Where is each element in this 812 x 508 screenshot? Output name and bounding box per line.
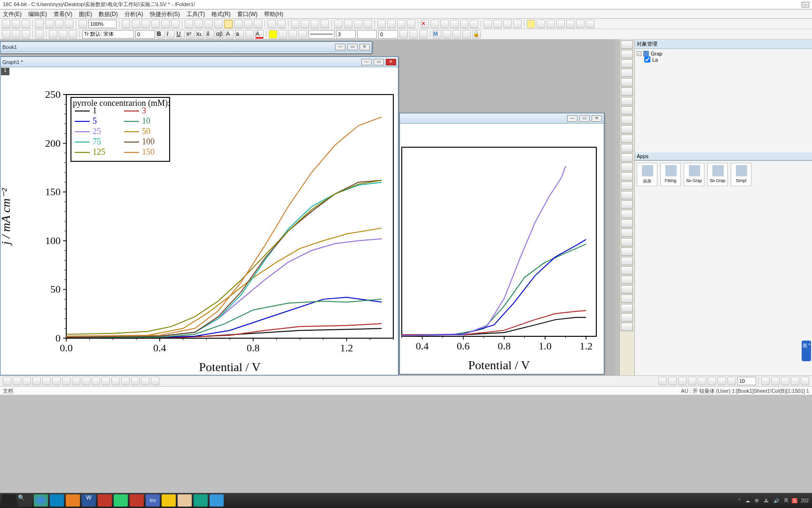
pie-plot-icon[interactable] [364,20,372,28]
arrow-l-icon[interactable] [621,153,633,162]
sort-asc-icon[interactable] [387,20,396,28]
symbol-color-icon[interactable] [289,30,297,39]
app-tile-2[interactable]: Se Grap [684,163,704,186]
grid-show-icon[interactable] [771,377,780,385]
app-tile-1[interactable]: Fitting [660,163,681,186]
3d-b-icon[interactable] [621,294,633,303]
bold-icon[interactable]: B [156,30,165,39]
font-increase-icon[interactable]: A [226,30,234,39]
new-layout-icon[interactable] [161,20,170,28]
tool-a-icon[interactable] [185,20,193,28]
layer-icon[interactable] [621,125,633,134]
gw-maximize-icon[interactable]: ▭ [374,59,384,65]
reset-icon[interactable] [621,323,633,331]
baseline-icon[interactable] [311,20,319,28]
add-layer-icon[interactable] [35,30,44,39]
book-icon[interactable] [621,219,633,228]
new-workbook-icon[interactable] [122,20,130,28]
remove-filter-icon[interactable] [407,20,415,28]
cut-icon[interactable] [69,30,77,39]
tray-network-icon[interactable]: 🖧 [763,498,770,503]
polyline-icon[interactable] [621,59,633,68]
ime-indicator[interactable]: 英 * [802,341,811,361]
bar-plot-icon[interactable] [344,20,352,28]
pattern-color-icon[interactable] [298,30,307,39]
object-manager-header[interactable]: 对象管理 [635,40,812,49]
bubble-plot-icon[interactable] [92,377,100,385]
wb-maximize-icon[interactable]: ▭ [347,44,358,50]
grid-snap-icon[interactable] [761,377,770,385]
align-left-icon[interactable] [658,377,667,385]
plot-line-symbol-icon[interactable] [22,30,30,39]
workbook-window[interactable]: Book1 — ▭ ✕ [0,41,372,54]
arrow-end-icon[interactable] [513,20,522,28]
tray-sogou-icon[interactable]: S [792,498,798,503]
tool-d-icon[interactable] [214,20,223,28]
text-icon[interactable] [621,200,633,209]
ruler-icon[interactable] [621,135,633,143]
save-icon[interactable] [22,20,30,28]
hatch-icon[interactable] [399,30,408,39]
arrow-r-icon[interactable] [621,163,633,171]
grid-icon[interactable] [409,30,418,39]
rot-l-icon[interactable] [621,247,633,256]
app-teal-icon[interactable] [194,494,208,507]
tool-d3-icon[interactable] [556,20,565,28]
apps-header[interactable]: Apps [635,152,812,160]
contour-plot-icon[interactable] [72,377,80,385]
interpolate-icon[interactable] [320,20,329,28]
spline-icon[interactable] [621,106,633,115]
area-plot-icon[interactable] [52,377,61,385]
app-red-icon[interactable] [98,494,112,507]
font-name-combo[interactable]: Tr 默认: 宋体 [82,30,134,39]
align-right-icon[interactable] [678,377,687,385]
tool-b-icon[interactable] [195,20,203,28]
xyz-z-icon[interactable] [450,20,459,28]
paste-icon[interactable] [49,30,57,39]
lamp-icon[interactable] [527,20,535,28]
integrate-icon[interactable] [301,20,309,28]
app-orange-icon[interactable] [66,494,80,507]
matrix-icon[interactable] [621,238,633,246]
explorer-pinned-icon[interactable] [162,494,176,507]
box-plot-icon[interactable] [102,377,110,385]
line-plot-icon[interactable] [3,377,11,385]
scatter-plot-icon[interactable] [13,377,21,385]
export-icon[interactable] [45,20,54,28]
app-blue2-icon[interactable] [210,494,224,507]
linesym-plot-icon[interactable] [23,377,31,385]
underline-icon[interactable]: U [176,30,185,39]
hist-plot-icon[interactable] [111,377,120,385]
menu-item-9[interactable]: 窗口(W) [237,10,258,17]
surface3d-icon[interactable] [82,377,90,385]
graph2-window[interactable]: — ▭ ✕ 0.40.60.81.01.2Potential / V [399,113,604,374]
tree-layer-label[interactable]: La [652,57,658,63]
lbl-icon[interactable] [621,191,633,199]
text-color-icon[interactable]: A [255,30,264,39]
align-top-icon[interactable] [688,377,696,385]
app-tile-0[interactable]: 添加 [637,163,657,186]
flip-v-icon[interactable] [621,276,633,284]
wb-minimize-icon[interactable]: — [335,44,345,50]
menu-item-7[interactable]: 工具(T) [187,10,205,17]
rescale-icon[interactable] [621,87,633,96]
search-pinned-icon[interactable]: 🔍 [18,494,32,507]
minimize-icon[interactable]: — [802,2,809,8]
ternary-plot-icon[interactable] [141,377,149,385]
open-icon[interactable] [12,20,20,28]
pen-icon[interactable] [621,50,633,58]
g2-close-icon[interactable]: ✕ [592,115,602,122]
scale-out-icon[interactable] [277,20,286,28]
menu-item-2[interactable]: 查看(V) [54,10,72,17]
graph-plot-area[interactable]: 0.00.40.81.2050100150200250Potential / V… [0,76,398,375]
menu-item-1[interactable]: 编辑(E) [28,10,47,17]
arrow-left-icon[interactable] [484,20,492,28]
graph-window[interactable]: Graph1 * — ▭ ✕ 1 0.00.40.81.205010015020… [0,56,398,375]
g2-maximize-icon[interactable]: ▭ [579,115,590,122]
object-tree[interactable]: - Grap La [635,49,812,152]
mask-m-icon[interactable]: M [433,30,441,39]
graph-title-bar[interactable]: Graph1 * — ▭ ✕ [0,57,398,67]
import-icon[interactable] [35,20,44,28]
tray-speaker-icon[interactable]: 🔊 [772,498,781,503]
arrow-play-icon[interactable] [493,20,502,28]
